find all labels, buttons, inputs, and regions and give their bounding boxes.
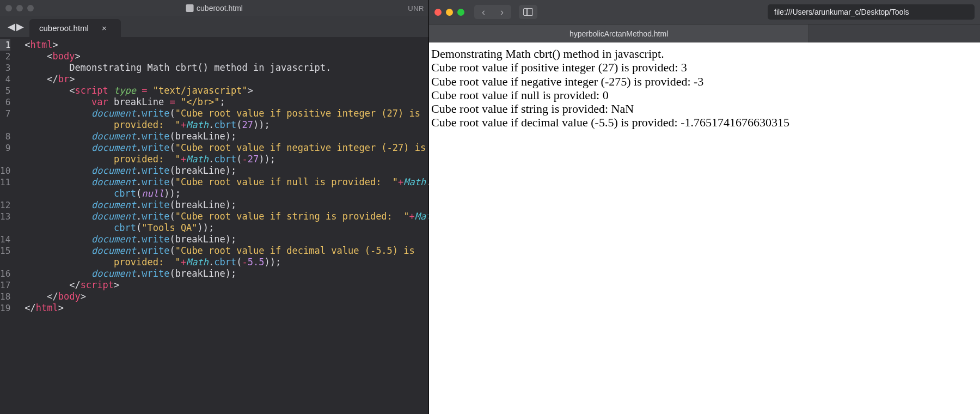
editor-traffic-lights — [5, 5, 34, 11]
browser-chrome: ‹ › file:///Users/arunkumar_c/Desktop/To… — [429, 0, 980, 42]
document-icon — [186, 4, 193, 12]
code-line: var breakLine = "</br>"; — [24, 96, 428, 108]
editor-nav-arrows: ◀ ▶ — [4, 21, 29, 37]
code-area[interactable]: 12345678910111213141516171819 <html> <bo… — [0, 37, 428, 414]
code-line: <html> — [24, 39, 428, 51]
line-number: 1 — [0, 39, 10, 51]
maximize-window-icon[interactable] — [457, 9, 464, 16]
browser-tab-label: hyperbolicArctanMethod.html — [569, 29, 668, 38]
code-line: document.write(breakLine); — [24, 234, 428, 245]
url-bar[interactable]: file:///Users/arunkumar_c/Desktop/Tools — [768, 4, 975, 20]
line-number: 6 — [0, 96, 10, 108]
close-tab-icon[interactable]: × — [102, 23, 107, 33]
sidebar-icon — [523, 8, 533, 16]
browser-window: ‹ › file:///Users/arunkumar_c/Desktop/To… — [428, 0, 980, 414]
code-line: document.write(breakLine); — [24, 165, 428, 176]
unsaved-indicator: UNR — [408, 4, 424, 13]
nav-forward-icon[interactable]: ▶ — [16, 21, 24, 33]
code-line: cbrt(null)); — [24, 188, 428, 199]
line-number: 17 — [0, 279, 10, 291]
output-line: Cube root value if negative integer (-27… — [431, 75, 978, 88]
line-number: 7 — [0, 108, 10, 119]
line-number: 5 — [0, 85, 10, 96]
code-line: document.write("Cube root value if decim… — [24, 245, 428, 257]
code-line: cbrt("Tools QA")); — [24, 222, 428, 234]
output-line: Demonstrating Math cbrt() method in java… — [431, 47, 978, 60]
editor-tab-label: cuberoot.html — [39, 23, 89, 33]
line-number — [0, 188, 10, 199]
code-line: Demonstrating Math cbrt() method in java… — [24, 62, 428, 74]
browser-traffic-lights — [434, 9, 464, 16]
line-number: 12 — [0, 199, 10, 211]
code-content[interactable]: <html> <body> Demonstrating Math cbrt() … — [18, 37, 428, 414]
line-number: 9 — [0, 142, 10, 154]
code-line: document.write(breakLine); — [24, 131, 428, 142]
output-line: Cube root value if null is provided: 0 — [431, 88, 978, 102]
line-number: 8 — [0, 131, 10, 142]
code-line: </html> — [24, 302, 428, 314]
line-number: 16 — [0, 268, 10, 279]
line-number: 15 — [0, 245, 10, 257]
line-number: 10 — [0, 165, 10, 176]
line-number: 2 — [0, 51, 10, 62]
minimize-window-icon[interactable] — [16, 5, 23, 11]
close-window-icon[interactable] — [5, 5, 12, 11]
line-number: 19 — [0, 302, 10, 314]
code-line: provided: "+Math.cbrt(27)); — [24, 119, 428, 131]
close-window-icon[interactable] — [434, 9, 442, 16]
maximize-window-icon[interactable] — [27, 5, 34, 11]
line-gutter: 12345678910111213141516171819 — [0, 37, 18, 414]
code-line: provided: "+Math.cbrt(-5.5)); — [24, 257, 428, 268]
editor-tabbar: ◀ ▶ cuberoot.html × — [0, 16, 428, 37]
browser-forward-button[interactable]: › — [493, 5, 511, 19]
editor-title-label: cuberoot.html — [197, 4, 243, 13]
code-line: </script> — [24, 279, 428, 291]
editor-window: cuberoot.html UNR ◀ ▶ cuberoot.html × 12… — [0, 0, 428, 414]
code-line: document.write(breakLine); — [24, 268, 428, 279]
line-number — [0, 222, 10, 234]
url-text: file:///Users/arunkumar_c/Desktop/Tools — [774, 8, 909, 16]
browser-tab[interactable]: hyperbolicArctanMethod.html — [429, 25, 809, 42]
browser-back-button[interactable]: ‹ — [474, 5, 493, 19]
sidebar-toggle-button[interactable] — [519, 5, 537, 19]
line-number: 14 — [0, 234, 10, 245]
nav-back-icon[interactable]: ◀ — [8, 21, 15, 33]
minimize-window-icon[interactable] — [446, 9, 453, 16]
line-number: 18 — [0, 291, 10, 302]
line-number: 4 — [0, 74, 10, 85]
code-line: document.write("Cube root value if negat… — [24, 142, 428, 154]
browser-tabs: hyperbolicArctanMethod.html — [429, 24, 980, 42]
code-line: </body> — [24, 291, 428, 302]
code-line: </br> — [24, 74, 428, 85]
line-number — [0, 257, 10, 268]
editor-tab[interactable]: cuberoot.html × — [29, 19, 121, 37]
output-line: Cube root value if decimal value (-5.5) … — [431, 115, 978, 129]
line-number: 3 — [0, 62, 10, 74]
browser-viewport: Demonstrating Math cbrt() method in java… — [429, 42, 980, 414]
code-line: document.write("Cube root value if null … — [24, 176, 428, 188]
output-line: Cube root value if string is provided: N… — [431, 102, 978, 115]
line-number: 11 — [0, 176, 10, 188]
line-number — [0, 154, 10, 165]
browser-toolbar: ‹ › file:///Users/arunkumar_c/Desktop/To… — [429, 0, 980, 24]
output-line: Cube root value if positive integer (27)… — [431, 60, 978, 74]
code-line: document.write("Cube root value if posit… — [24, 108, 428, 119]
code-line: document.write("Cube root value if strin… — [24, 211, 428, 222]
code-line: provided: "+Math.cbrt(-27)); — [24, 154, 428, 165]
editor-titlebar: cuberoot.html UNR — [0, 0, 428, 16]
browser-nav-group: ‹ › — [474, 5, 511, 19]
line-number: 13 — [0, 211, 10, 222]
code-line: <body> — [24, 51, 428, 62]
code-line: document.write(breakLine); — [24, 199, 428, 211]
line-number — [0, 119, 10, 131]
editor-window-title: cuberoot.html — [186, 4, 243, 13]
code-line: <script type = "text/javascript"> — [24, 85, 428, 96]
